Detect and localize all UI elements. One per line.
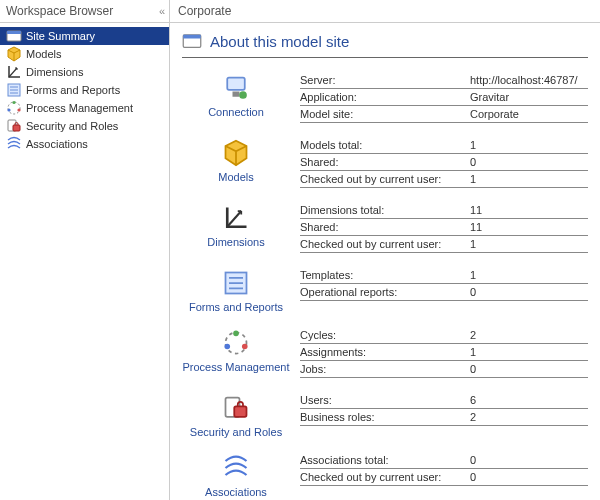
property-row: Checked out by current user:0 (300, 469, 588, 486)
property-row: Model site:Corporate (300, 106, 588, 123)
section-connection: ConnectionServer:http://localhost:46787/… (182, 72, 588, 123)
property-row: Checked out by current user:1 (300, 236, 588, 253)
property-label: Checked out by current user: (300, 238, 470, 250)
section-properties: Dimensions total:11Shared:11Checked out … (300, 202, 588, 253)
property-value: 0 (470, 156, 588, 168)
sidebar-collapse-button[interactable]: « (159, 5, 163, 17)
page-title-row: About this model site (182, 31, 588, 58)
section-label: Dimensions (182, 236, 290, 248)
section-header[interactable]: Models (182, 137, 290, 188)
section-properties: Models total:1Shared:0Checked out by cur… (300, 137, 588, 188)
section-header[interactable]: Associations (182, 452, 290, 498)
models-icon (6, 46, 22, 62)
sidebar-item-label: Process Management (26, 102, 133, 114)
property-value: 11 (470, 221, 588, 233)
main-panel: Corporate About this model site Connecti… (170, 0, 600, 500)
property-label: Application: (300, 91, 470, 103)
associations-icon (6, 136, 22, 152)
sidebar-item-label: Forms and Reports (26, 84, 120, 96)
property-value: 0 (470, 454, 588, 466)
section-label: Models (182, 171, 290, 183)
sidebar-item-forms[interactable]: Forms and Reports (0, 81, 169, 99)
property-row: Application:Gravitar (300, 89, 588, 106)
section-header[interactable]: Forms and Reports (182, 267, 290, 313)
sidebar-item-label: Models (26, 48, 61, 60)
site-summary-icon (6, 28, 22, 44)
workspace-browser-sidebar: Workspace Browser « Site SummaryModelsDi… (0, 0, 170, 500)
section-header[interactable]: Security and Roles (182, 392, 290, 438)
property-label: Operational reports: (300, 286, 470, 298)
section-label: Associations (182, 486, 290, 498)
sidebar-item-associations[interactable]: Associations (0, 135, 169, 153)
section-forms: Forms and ReportsTemplates:1Operational … (182, 267, 588, 313)
property-row: Associations total:0 (300, 452, 588, 469)
sidebar-header: Workspace Browser « (0, 0, 169, 23)
property-row: Shared:11 (300, 219, 588, 236)
section-properties: Associations total:0Checked out by curre… (300, 452, 588, 498)
app-root: Workspace Browser « Site SummaryModelsDi… (0, 0, 600, 500)
sidebar-nav-list: Site SummaryModelsDimensionsForms and Re… (0, 23, 169, 500)
property-value: Corporate (470, 108, 588, 120)
forms-icon (220, 267, 252, 299)
property-label: Templates: (300, 269, 470, 281)
section-properties: Templates:1Operational reports:0 (300, 267, 588, 313)
property-row: Jobs:0 (300, 361, 588, 378)
property-label: Shared: (300, 221, 470, 233)
property-row: Dimensions total:11 (300, 202, 588, 219)
sidebar-item-label: Security and Roles (26, 120, 118, 132)
property-label: Server: (300, 74, 470, 86)
sidebar-item-models[interactable]: Models (0, 45, 169, 63)
sidebar-item-site-summary[interactable]: Site Summary (0, 27, 169, 45)
sidebar-item-label: Associations (26, 138, 88, 150)
property-row: Business roles:2 (300, 409, 588, 426)
sidebar-item-dimensions[interactable]: Dimensions (0, 63, 169, 81)
property-value: 2 (470, 411, 588, 423)
sidebar-item-security[interactable]: Security and Roles (0, 117, 169, 135)
sections-container: ConnectionServer:http://localhost:46787/… (182, 72, 588, 498)
property-row: Templates:1 (300, 267, 588, 284)
associations-icon (220, 452, 252, 484)
section-label: Forms and Reports (182, 301, 290, 313)
section-process: Process ManagementCycles:2Assignments:1J… (182, 327, 588, 378)
property-row: Checked out by current user:1 (300, 171, 588, 188)
property-value: 1 (470, 238, 588, 250)
section-label: Security and Roles (182, 426, 290, 438)
property-value: Gravitar (470, 91, 588, 103)
property-value: http://localhost:46787/ (470, 74, 588, 86)
site-summary-icon (182, 31, 202, 51)
section-header[interactable]: Connection (182, 72, 290, 123)
sidebar-item-label: Site Summary (26, 30, 95, 42)
breadcrumb: Corporate (170, 0, 600, 23)
property-value: 0 (470, 286, 588, 298)
security-icon (6, 118, 22, 134)
sidebar-item-process[interactable]: Process Management (0, 99, 169, 117)
property-label: Business roles: (300, 411, 470, 423)
property-row: Cycles:2 (300, 327, 588, 344)
dimensions-icon (220, 202, 252, 234)
property-row: Users:6 (300, 392, 588, 409)
property-label: Shared: (300, 156, 470, 168)
property-value: 2 (470, 329, 588, 341)
section-dimensions: DimensionsDimensions total:11Shared:11Ch… (182, 202, 588, 253)
property-label: Cycles: (300, 329, 470, 341)
property-label: Assignments: (300, 346, 470, 358)
main-content: About this model site ConnectionServer:h… (170, 23, 600, 500)
property-value: 1 (470, 139, 588, 151)
property-label: Jobs: (300, 363, 470, 375)
property-value: 11 (470, 204, 588, 216)
section-header[interactable]: Dimensions (182, 202, 290, 253)
section-properties: Server:http://localhost:46787/Applicatio… (300, 72, 588, 123)
property-row: Operational reports:0 (300, 284, 588, 301)
page-title: About this model site (210, 33, 349, 50)
property-value: 0 (470, 363, 588, 375)
property-label: Checked out by current user: (300, 471, 470, 483)
section-properties: Cycles:2Assignments:1Jobs:0 (300, 327, 588, 378)
section-associations: AssociationsAssociations total:0Checked … (182, 452, 588, 498)
section-header[interactable]: Process Management (182, 327, 290, 378)
sidebar-item-label: Dimensions (26, 66, 83, 78)
security-icon (220, 392, 252, 424)
property-row: Shared:0 (300, 154, 588, 171)
dimensions-icon (6, 64, 22, 80)
forms-icon (6, 82, 22, 98)
models-icon (220, 137, 252, 169)
